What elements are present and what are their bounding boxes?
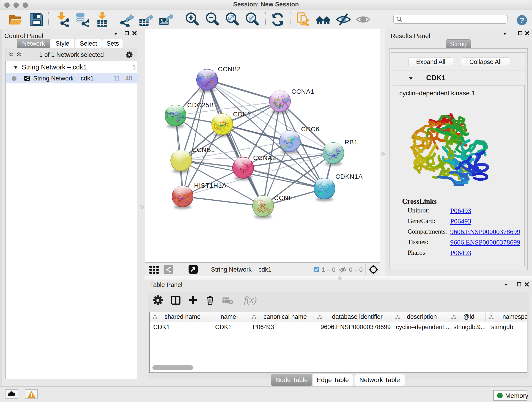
svg-text:CDKN1A: CDKN1A: [336, 173, 363, 180]
svg-text:CCNB2: CCNB2: [218, 65, 241, 73]
svg-text:HIST1H1A: HIST1H1A: [194, 182, 227, 189]
svg-text:RB1: RB1: [345, 139, 358, 146]
svg-text:CCNA2: CCNA2: [253, 154, 276, 161]
svg-text:CDC25B: CDC25B: [187, 102, 214, 109]
svg-text:CDC6: CDC6: [301, 126, 319, 133]
svg-text:CCNE1: CCNE1: [274, 194, 297, 201]
svg-text:CDK1: CDK1: [233, 111, 251, 118]
svg-text:CCNA1: CCNA1: [291, 88, 314, 95]
svg-text:CCNB1: CCNB1: [192, 146, 215, 153]
